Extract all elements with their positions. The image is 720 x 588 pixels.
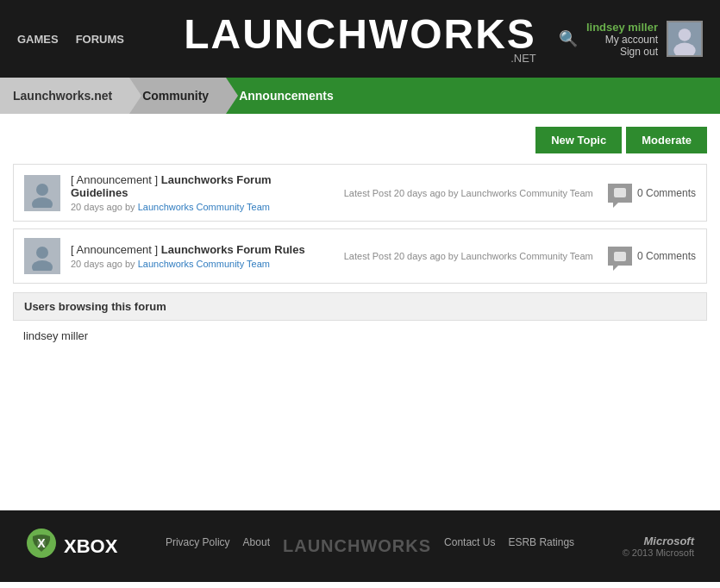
nav-forums[interactable]: FORUMS <box>76 33 124 46</box>
svg-text:X: X <box>37 536 46 550</box>
footer-privacy[interactable]: Privacy Policy <box>166 536 230 556</box>
moderate-button[interactable]: Moderate <box>626 127 707 153</box>
avatar <box>667 21 703 57</box>
post-main: [ Announcement ] Launchworks Forum Rules… <box>71 243 329 269</box>
user-links: My account Sign out <box>586 34 658 58</box>
post-avatar <box>24 175 60 211</box>
post-author[interactable]: Launchworks Community Team <box>138 202 270 212</box>
post-prefix: [ Announcement ] <box>71 243 158 256</box>
users-browsing-header: Users browsing this forum <box>13 292 707 321</box>
xbox-label: XBOX <box>64 535 117 558</box>
breadcrumb-announcements[interactable]: Announcements <box>226 78 720 114</box>
post-comments: 0 Comments <box>608 247 696 266</box>
nav-games[interactable]: GAMES <box>17 33 59 46</box>
xbox-icon: X <box>26 528 57 565</box>
post-avatar <box>24 238 60 274</box>
post-title: [ Announcement ] Launchworks Forum Guide… <box>71 173 329 199</box>
post-by: by <box>125 202 135 212</box>
svg-point-7 <box>32 260 53 271</box>
post-by: by <box>125 259 135 269</box>
post-row: [ Announcement ] Launchworks Forum Guide… <box>13 164 707 222</box>
header-nav: GAMES FORUMS <box>17 33 124 46</box>
header-right: 🔍 lindsey miller My account Sign out <box>559 21 703 58</box>
post-latest: Latest Post 20 days ago by Launchworks C… <box>339 251 597 261</box>
post-days: 20 days ago <box>71 202 122 212</box>
username: lindsey miller <box>586 21 658 34</box>
sign-out-link[interactable]: Sign out <box>586 46 658 58</box>
footer-links: Privacy Policy About LAUNCHWORKS Contact… <box>166 536 574 556</box>
footer-contact[interactable]: Contact Us <box>444 536 495 556</box>
footer-about[interactable]: About <box>243 536 270 556</box>
footer-xbox: X XBOX <box>26 528 117 565</box>
post-title: [ Announcement ] Launchworks Forum Rules <box>71 243 329 256</box>
toolbar: New Topic Moderate <box>13 127 707 153</box>
breadcrumb-community[interactable]: Community <box>129 78 226 114</box>
post-comments: 0 Comments <box>608 184 696 203</box>
logo-text: LAUNCHWORKS <box>184 14 536 55</box>
svg-point-6 <box>36 247 48 259</box>
post-author[interactable]: Launchworks Community Team <box>138 259 270 269</box>
post-latest: Latest Post 20 days ago by Launchworks C… <box>339 188 597 198</box>
svg-rect-8 <box>614 252 626 261</box>
post-row: [ Announcement ] Launchworks Forum Rules… <box>13 228 707 284</box>
post-meta: 20 days ago by Launchworks Community Tea… <box>71 259 329 269</box>
comment-count: 0 Comments <box>637 250 696 262</box>
microsoft-label: Microsoft <box>623 535 694 547</box>
post-prefix: [ Announcement ] <box>71 173 158 186</box>
users-browsing-list: lindsey miller <box>13 321 707 351</box>
comment-count: 0 Comments <box>637 187 696 199</box>
footer-esrb[interactable]: ESRB Ratings <box>508 536 574 556</box>
svg-point-1 <box>679 28 691 41</box>
breadcrumb: Launchworks.net Community Announcements <box>0 78 720 114</box>
post-title-text[interactable]: Launchworks Forum Rules <box>161 243 305 256</box>
new-topic-button[interactable]: New Topic <box>535 127 622 153</box>
content-area: New Topic Moderate [ Announcement ] Laun… <box>0 114 720 459</box>
footer-logo: LAUNCHWORKS <box>283 536 431 556</box>
svg-point-3 <box>36 184 48 196</box>
post-days: 20 days ago <box>71 259 122 269</box>
comment-bubble-icon <box>608 184 632 203</box>
post-main: [ Announcement ] Launchworks Forum Guide… <box>71 173 329 212</box>
svg-point-4 <box>32 197 53 208</box>
my-account-link[interactable]: My account <box>586 34 658 46</box>
search-icon[interactable]: 🔍 <box>559 29 578 48</box>
post-meta: 20 days ago by Launchworks Community Tea… <box>71 202 329 212</box>
copyright: © 2013 Microsoft <box>623 547 694 558</box>
breadcrumb-launchworks[interactable]: Launchworks.net <box>0 78 129 114</box>
user-info: lindsey miller My account Sign out <box>586 21 658 58</box>
svg-rect-5 <box>614 188 626 197</box>
header: GAMES FORUMS LAUNCHWORKS .NET 🔍 lindsey … <box>0 0 720 78</box>
comment-bubble-icon <box>608 247 632 266</box>
footer-microsoft: Microsoft © 2013 Microsoft <box>623 535 694 558</box>
site-logo: LAUNCHWORKS .NET <box>184 14 536 65</box>
footer: X XBOX Privacy Policy About LAUNCHWORKS … <box>0 510 720 582</box>
